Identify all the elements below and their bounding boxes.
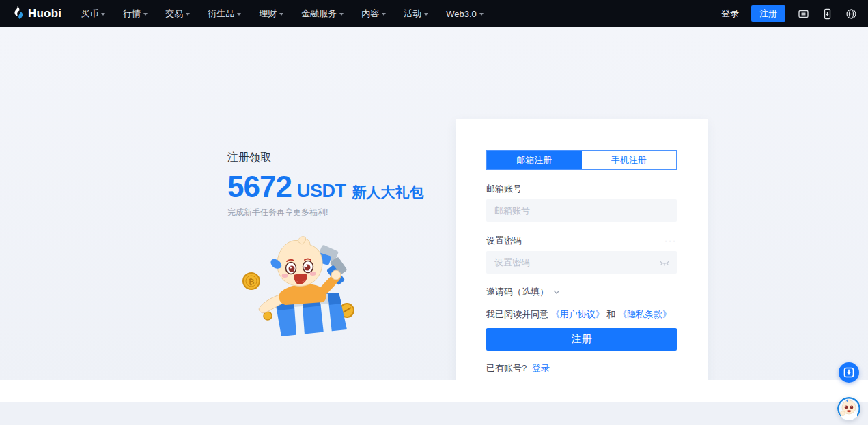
customer-service-avatar[interactable] bbox=[837, 397, 860, 420]
password-visibility-eye-icon[interactable] bbox=[659, 259, 670, 267]
nav-item-web3[interactable]: Web3.0 bbox=[446, 9, 484, 19]
email-input[interactable] bbox=[486, 199, 677, 222]
huobi-logo[interactable]: Huobi bbox=[11, 6, 61, 21]
invite-code-label: 邀请码（选填） bbox=[486, 286, 548, 298]
login-prompt-line: 已有账号? 登录 bbox=[486, 362, 677, 375]
huobi-flame-icon bbox=[11, 6, 24, 21]
nav-item-earn[interactable]: 理财 bbox=[259, 8, 283, 20]
chevron-down-icon bbox=[101, 13, 105, 16]
nav-item-financial-services[interactable]: 金融服务 bbox=[301, 8, 344, 20]
language-globe-icon[interactable] bbox=[845, 8, 857, 20]
nav-item-derivatives[interactable]: 衍生品 bbox=[208, 8, 241, 20]
main-nav: 买币 行情 交易 衍生品 理财 金融服务 内容 活动 Web3.0 bbox=[81, 8, 484, 20]
privacy-link[interactable]: 《隐私条款》 bbox=[618, 309, 671, 319]
invite-code-toggle[interactable]: 邀请码（选填） bbox=[486, 286, 677, 298]
mascot-illustration: ₿ bbox=[239, 235, 369, 341]
chevron-down-icon bbox=[279, 13, 283, 16]
register-card: 邮箱注册 手机注册 邮箱账号 设置密码 ··· bbox=[456, 119, 708, 387]
register-page: Huobi 买币 行情 交易 衍生品 理财 金融服务 内容 活动 Web3.0 … bbox=[0, 0, 868, 425]
promo-currency: USDT bbox=[297, 181, 346, 202]
chevron-down-icon bbox=[186, 13, 190, 16]
header-login-link[interactable]: 登录 bbox=[721, 8, 739, 20]
promo-note: 完成新手任务再享更多福利! bbox=[227, 207, 423, 218]
chevron-down-icon bbox=[382, 13, 386, 16]
support-chat-icon[interactable] bbox=[798, 8, 809, 20]
nav-item-markets[interactable]: 行情 bbox=[123, 8, 148, 20]
promo-title: 注册领取 bbox=[227, 151, 423, 165]
register-tabs: 邮箱注册 手机注册 bbox=[486, 150, 677, 170]
password-rules-dots-icon[interactable]: ··· bbox=[664, 239, 677, 243]
promo-amount: 5672 bbox=[227, 172, 292, 202]
chevron-down-icon bbox=[479, 13, 484, 16]
nav-item-content[interactable]: 内容 bbox=[361, 8, 386, 20]
login-link[interactable]: 登录 bbox=[532, 363, 550, 373]
download-app-floating-button[interactable] bbox=[839, 362, 859, 383]
chevron-down-icon bbox=[339, 13, 344, 16]
chevron-down-icon bbox=[143, 13, 148, 16]
agreement-text: 我已阅读并同意 《用户协议》 和 《隐私条款》 bbox=[486, 309, 677, 319]
footer-strip bbox=[0, 380, 868, 402]
password-label: 设置密码 bbox=[486, 235, 522, 247]
email-label: 邮箱账号 bbox=[486, 183, 522, 195]
app-download-icon[interactable] bbox=[822, 8, 833, 20]
register-submit-button[interactable]: 注册 bbox=[486, 328, 677, 351]
nav-item-buy-crypto[interactable]: 买币 bbox=[81, 8, 105, 20]
download-icon bbox=[843, 367, 854, 378]
promo-subtitle: 新人大礼包 bbox=[352, 183, 423, 202]
tab-email-register[interactable]: 邮箱注册 bbox=[487, 151, 582, 169]
tab-phone-register[interactable]: 手机注册 bbox=[582, 151, 677, 169]
coin-bitcoin-left: ₿ bbox=[243, 273, 260, 289]
main-area: 注册领取 5672 USDT 新人大礼包 完成新手任务再享更多福利! ₿ bbox=[0, 27, 868, 402]
nav-item-activities[interactable]: 活动 bbox=[404, 8, 428, 20]
promo-amount-line: 5672 USDT 新人大礼包 bbox=[227, 172, 423, 202]
promo-block: 注册领取 5672 USDT 新人大礼包 完成新手任务再享更多福利! bbox=[227, 151, 423, 218]
svg-text:₿: ₿ bbox=[249, 278, 255, 286]
brand-name: Huobi bbox=[28, 7, 61, 20]
password-input[interactable] bbox=[486, 251, 677, 274]
nav-item-trade[interactable]: 交易 bbox=[165, 8, 190, 20]
chevron-down-icon bbox=[237, 13, 241, 16]
terms-link[interactable]: 《用户协议》 bbox=[551, 309, 604, 319]
chevron-down-icon bbox=[424, 13, 428, 16]
header-register-button[interactable]: 注册 bbox=[751, 5, 785, 22]
top-navbar: Huobi 买币 行情 交易 衍生品 理财 金融服务 内容 活动 Web3.0 … bbox=[0, 0, 868, 27]
header-actions: 登录 注册 bbox=[721, 5, 857, 22]
chevron-down-icon bbox=[553, 290, 560, 295]
